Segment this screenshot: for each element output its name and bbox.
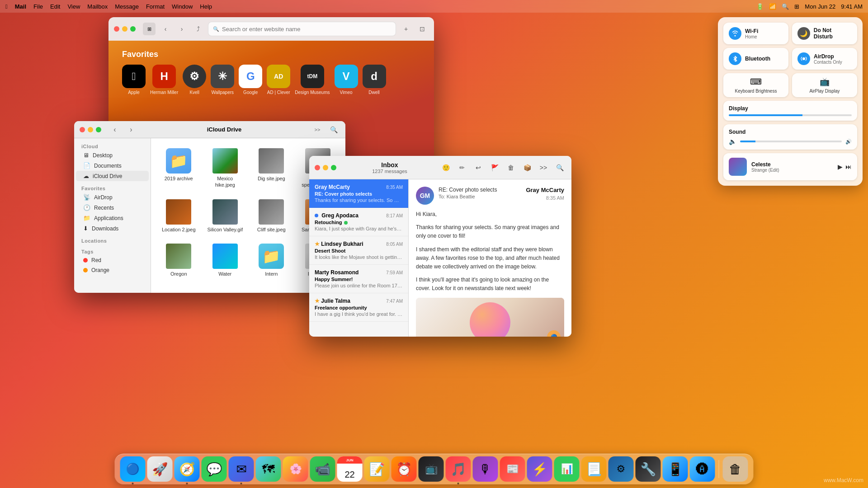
cc-dnd-tile[interactable]: 🌙 Do Not Disturb: [792, 23, 857, 44]
dock-pages[interactable]: 📃: [581, 456, 607, 482]
cc-sound-slider[interactable]: [740, 141, 842, 142]
cc-bluetooth-tile[interactable]: Bluetooth: [723, 48, 788, 70]
finder-search-button[interactable]: 🔍: [327, 123, 340, 136]
control-center-icon[interactable]: ⊞: [794, 3, 799, 10]
sidebar-item-recents[interactable]: 🕐 Recents: [76, 202, 149, 213]
mailbox-menu[interactable]: Mailbox: [87, 3, 108, 10]
play-button[interactable]: ▶: [838, 163, 843, 170]
safari-close-button[interactable]: [114, 26, 119, 32]
safari-forward-button[interactable]: ›: [175, 23, 188, 35]
dock-maps[interactable]: 🗺: [256, 456, 281, 482]
finder-file-mexicohike[interactable]: Mexico hike.jpeg: [205, 145, 246, 191]
mail-emoji-button[interactable]: 🙂: [439, 161, 452, 174]
finder-fullscreen-button[interactable]: [96, 127, 101, 132]
dock-shortcuts[interactable]: ⚡: [527, 456, 552, 482]
cc-airdrop-tile[interactable]: AirDrop Contacts Only: [792, 48, 857, 70]
app-name-menu[interactable]: Mail: [15, 3, 26, 10]
finder-file-oregon[interactable]: Oregon: [158, 241, 199, 280]
sidebar-tag-red[interactable]: Red: [76, 255, 149, 265]
fav-apple[interactable]:  Apple: [122, 65, 146, 95]
sidebar-item-icloudrive[interactable]: ☁ iCloud Drive: [76, 171, 149, 181]
mail-item-greg[interactable]: Greg Apodaca 8:17 AM Retouching Kiara, I…: [309, 208, 408, 236]
dock-news[interactable]: 📰: [500, 456, 525, 482]
dock-podcasts[interactable]: 🎙: [473, 456, 498, 482]
dock-photos[interactable]: 🌸: [283, 456, 308, 482]
mail-trash-button[interactable]: 🗑: [505, 161, 517, 174]
file-menu[interactable]: File: [33, 3, 43, 10]
fav-wallpapers[interactable]: ✳ Wallpapers: [211, 65, 234, 95]
mail-reply-button[interactable]: ↩: [472, 161, 485, 174]
sidebar-item-airdrop[interactable]: 📡 AirDrop: [76, 192, 149, 202]
safari-fullscreen-button[interactable]: [130, 26, 136, 32]
finder-more-button[interactable]: >>: [311, 123, 324, 136]
dock-finder[interactable]: 🔵: [120, 456, 146, 482]
safari-newtab-button[interactable]: +: [400, 23, 412, 35]
finder-close-button[interactable]: [80, 127, 85, 132]
mail-item-gray[interactable]: Gray McCarty 8:35 AM RE: Cover photo sel…: [309, 179, 408, 208]
finder-minimize-button[interactable]: [88, 127, 93, 132]
finder-file-cliff[interactable]: Cliff site.jpeg: [251, 197, 292, 235]
safari-minimize-button[interactable]: [122, 26, 127, 32]
format-menu[interactable]: Format: [146, 3, 165, 10]
finder-file-digsite[interactable]: Dig site.jpeg: [251, 145, 292, 191]
mail-close-button[interactable]: [315, 165, 320, 170]
dock-launchpad[interactable]: 🚀: [147, 456, 173, 482]
mail-item-julie[interactable]: ★ Julie Talma 7:47 AM Freelance opportun…: [309, 293, 408, 322]
finder-file-2019archive[interactable]: 📁 2019 archive: [158, 145, 199, 191]
mail-item-marty[interactable]: Marty Rosamond 7:59 AM Happy Summer! Ple…: [309, 265, 408, 293]
dock-music[interactable]: 🎵: [446, 456, 471, 482]
mail-archive-button[interactable]: 📦: [521, 161, 533, 174]
mail-more-button[interactable]: >>: [537, 161, 550, 174]
safari-share-button[interactable]: ⤴: [192, 23, 204, 35]
dock-messages[interactable]: 💬: [202, 456, 227, 482]
sidebar-item-documents[interactable]: 📄 Documents: [76, 160, 149, 171]
finder-file-water[interactable]: Water: [205, 241, 246, 280]
finder-file-loc2[interactable]: Location 2.jpeg: [158, 197, 199, 235]
dock-appstore[interactable]: 🅐: [690, 456, 715, 482]
finder-back-button[interactable]: ‹: [108, 123, 121, 136]
finder-file-intern[interactable]: 📁 Intern: [251, 241, 292, 280]
fav-vimeo[interactable]: V Vimeo: [335, 65, 358, 95]
fav-hermanmiller[interactable]: H Herman Miller: [150, 65, 178, 95]
dock-instruments[interactable]: 🔧: [636, 456, 661, 482]
mail-minimize-button[interactable]: [323, 165, 328, 170]
dock-notes[interactable]: 📝: [364, 456, 390, 482]
mail-search-button[interactable]: 🔍: [553, 161, 566, 174]
dock-xcode[interactable]: ⚙: [609, 456, 634, 482]
cc-airplay-tile[interactable]: 📺 AirPlay Display: [792, 73, 857, 97]
mail-item-lindsey[interactable]: ★ Lindsey Bukhari 8:05 AM Desert Shoot I…: [309, 236, 408, 265]
cc-display-slider[interactable]: [729, 114, 852, 116]
safari-url-input[interactable]: [222, 26, 391, 33]
window-menu[interactable]: Window: [172, 3, 193, 10]
cc-sound-tile[interactable]: Sound 🔈 🔊: [723, 124, 857, 150]
dock-facetime[interactable]: 📹: [310, 456, 335, 482]
cc-keyboard-brightness-tile[interactable]: ⌨ Keyboard Brightness: [723, 73, 788, 97]
cc-wifi-tile[interactable]: Wi-Fi Home: [723, 23, 788, 44]
dock-numbers[interactable]: 📊: [554, 456, 580, 482]
mail-compose-button[interactable]: ✏: [456, 161, 468, 174]
sidebar-item-desktop[interactable]: 🖥 Desktop: [76, 150, 149, 160]
mail-flag-button[interactable]: 🚩: [488, 161, 501, 174]
skip-forward-button[interactable]: ⏭: [845, 163, 852, 170]
safari-sidebar-toggle[interactable]: ⊞: [143, 23, 156, 35]
fav-google[interactable]: G Google: [239, 65, 262, 95]
help-menu[interactable]: Help: [200, 3, 212, 10]
safari-back-button[interactable]: ‹: [159, 23, 172, 35]
view-menu[interactable]: View: [67, 3, 80, 10]
dock-mail[interactable]: ✉: [229, 456, 254, 482]
dock-reminders[interactable]: ⏰: [392, 456, 417, 482]
fav-adclever[interactable]: AD AD | Clever: [267, 65, 290, 95]
dock-calendar[interactable]: JUN 22: [337, 456, 363, 482]
cc-display-tile[interactable]: Display: [723, 101, 857, 121]
sidebar-item-applications[interactable]: 📁 Applications: [76, 213, 149, 223]
message-menu[interactable]: Message: [115, 3, 139, 10]
sidebar-item-downloads[interactable]: ⬇ Downloads: [76, 223, 149, 234]
fav-kvell[interactable]: ⚙ Kvell: [183, 65, 206, 95]
dock-safari[interactable]: 🧭: [175, 456, 200, 482]
safari-gridview-button[interactable]: ⊡: [416, 23, 429, 35]
safari-addressbar[interactable]: 🔍: [208, 22, 396, 36]
fav-dwell[interactable]: d Dwell: [363, 65, 386, 95]
mail-fullscreen-button[interactable]: [331, 165, 336, 170]
dock-appletv[interactable]: 📺: [419, 456, 444, 482]
apple-menu[interactable]: : [5, 3, 8, 10]
